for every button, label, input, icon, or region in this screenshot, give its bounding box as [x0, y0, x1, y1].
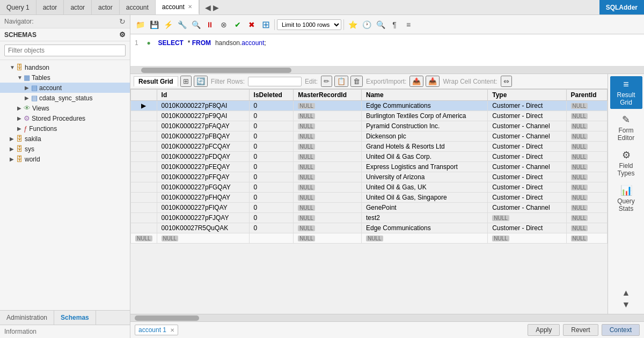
refresh-icon[interactable]: ↻: [119, 17, 126, 26]
result-grid-icon-btn[interactable]: ⊞: [180, 76, 192, 87]
bottom-scroll-thumb[interactable]: [135, 315, 199, 321]
bottom-horizontal-scrollbar[interactable]: [130, 314, 644, 321]
save-btn[interactable]: 💾: [148, 18, 160, 31]
filter-rows-refresh-btn[interactable]: 🔄: [194, 76, 208, 87]
cell-id: 0010K0000227pFEQAY: [157, 162, 249, 172]
side-btn-form-editor[interactable]: ✎ Form Editor: [610, 111, 642, 144]
apply-btn[interactable]: Apply: [528, 324, 560, 336]
cell-name: Edge Communications: [361, 223, 487, 233]
toggle-sys-icon[interactable]: ▶: [10, 146, 16, 152]
tree-item-stored-procedures[interactable]: ▶ ⚙ Stored Procedures: [0, 113, 130, 123]
null-badge: NULL: [298, 113, 315, 119]
toggle-sakila-icon[interactable]: ▶: [10, 136, 16, 142]
tree-item-sys[interactable]: ▶ 🗄 sys: [0, 144, 130, 154]
side-btn-query-stats[interactable]: 📊 Query Stats: [610, 182, 642, 215]
data-grid-wrap[interactable]: Id IsDeleted MasterRecordId Name Type Pa…: [130, 89, 608, 314]
toggle-results-btn[interactable]: ⊞: [259, 18, 272, 31]
tree-item-world[interactable]: ▶ 🗄 world: [0, 154, 130, 164]
functions-icon: ƒ: [24, 124, 27, 133]
open-file-btn[interactable]: 📁: [134, 18, 147, 31]
cell-isdeleted: 0: [249, 172, 294, 182]
cell-name: Express Logistics and Transport: [361, 162, 487, 172]
revert-btn[interactable]: Revert: [563, 324, 598, 336]
tree-item-handson[interactable]: ▼ 🗄 handson: [0, 62, 130, 72]
tab-account2[interactable]: account ✕: [156, 0, 199, 14]
tree-item-views[interactable]: ▶ 👁 Views: [0, 103, 130, 113]
nav-back-icon[interactable]: ◀: [205, 3, 211, 12]
rollback-btn[interactable]: ✖: [245, 18, 258, 31]
null-badge: NULL: [571, 103, 588, 109]
col-header-type[interactable]: Type: [488, 90, 566, 101]
cell-type: Customer - Direct: [488, 101, 566, 111]
scroll-up-icon[interactable]: ▲: [622, 288, 631, 298]
tab-bar: Query 1 actor actor actor account accoun…: [0, 0, 644, 15]
cell-parentid: NULL: [566, 182, 608, 193]
limit-select[interactable]: Limit to 1000 rows: [277, 19, 341, 30]
tree-item-cdata[interactable]: ▶ ▤ cdata_sync_status: [0, 93, 130, 103]
filter-rows-input[interactable]: [248, 77, 302, 86]
search-btn[interactable]: 🔍: [374, 18, 387, 31]
col-header-masterrecordid[interactable]: MasterRecordId: [294, 90, 362, 101]
commit-btn[interactable]: ✔: [231, 18, 244, 31]
explain-btn[interactable]: 🔍: [189, 18, 202, 31]
toggle-sp-icon[interactable]: ▶: [17, 115, 24, 121]
tree-item-functions[interactable]: ▶ ƒ Functions: [0, 123, 130, 134]
cell-type-new: NULL: [488, 233, 566, 244]
result-grid-tab[interactable]: Result Grid: [134, 76, 178, 86]
scroll-thumb[interactable]: [141, 68, 291, 73]
wrap-btn[interactable]: ⇔: [501, 76, 512, 87]
toolbar: 📁 💾 ⚡ 🔧 🔍 ⏸ ⊗ ✔ ✖ ⊞ Limit to 1000 rows ⭐…: [130, 15, 644, 34]
stop-btn[interactable]: ⏸: [203, 18, 216, 31]
tab-schemas[interactable]: Schemas: [54, 311, 96, 325]
cell-isdeleted: 0: [249, 142, 294, 152]
toggle-world-icon[interactable]: ▶: [10, 156, 16, 162]
bottom-tab-account1[interactable]: account 1 ✕: [135, 325, 178, 335]
col-header-parentid[interactable]: ParentId: [566, 90, 608, 101]
tree-item-tables[interactable]: ▼ ▦ Tables: [0, 72, 130, 83]
toggle-account-icon[interactable]: ▶: [25, 85, 31, 91]
schema-settings-icon[interactable]: ⚙: [119, 31, 126, 39]
tab-close-icon[interactable]: ✕: [188, 4, 192, 10]
execute-sel-btn[interactable]: 🔧: [175, 18, 188, 31]
tab-administration[interactable]: Administration: [0, 311, 54, 325]
query-editor[interactable]: 1 ● SELECT * FROM handson.account;: [130, 34, 644, 67]
null-badge: NULL: [298, 123, 315, 129]
tab-actor2[interactable]: actor: [64, 0, 92, 14]
tree-item-account[interactable]: ▶ ▤ account: [0, 83, 130, 93]
cell-masterrecordid: NULL: [294, 142, 362, 152]
word-wrap-btn[interactable]: ¶: [388, 18, 401, 31]
filter-input[interactable]: [4, 45, 126, 56]
col-header-isdeleted[interactable]: IsDeleted: [249, 90, 294, 101]
horizontal-scrollbar[interactable]: [130, 67, 644, 74]
edit-btn3[interactable]: 🗑: [350, 76, 363, 87]
toggle-tables-icon[interactable]: ▼: [17, 75, 24, 80]
scroll-down-icon[interactable]: ▼: [622, 300, 631, 310]
favorites-btn[interactable]: ⭐: [346, 18, 359, 31]
side-btn-result-grid[interactable]: ≡ Result Grid: [610, 76, 642, 109]
tab-actor3[interactable]: actor: [92, 0, 120, 14]
execute-btn[interactable]: ⚡: [162, 18, 174, 31]
toggle-cdata-icon[interactable]: ▶: [25, 95, 31, 101]
tab-query1[interactable]: Query 1: [0, 0, 36, 14]
toggle-handson-icon[interactable]: ▼: [10, 64, 16, 70]
col-header-id[interactable]: Id: [157, 90, 249, 101]
bottom-tab-close-icon[interactable]: ✕: [170, 327, 174, 333]
toggle-views-icon[interactable]: ▶: [17, 105, 24, 111]
side-btn-field-types[interactable]: ⚙ Field Types: [610, 146, 642, 180]
edit-btn2[interactable]: 📋: [334, 76, 348, 87]
history-btn[interactable]: 🕐: [360, 18, 373, 31]
stop-btn2[interactable]: ⊗: [217, 18, 230, 31]
sqladder-button[interactable]: SQLAdder: [599, 0, 644, 14]
tab-actor1[interactable]: actor: [36, 0, 64, 14]
col-header-name[interactable]: Name: [361, 90, 487, 101]
nav-forward-icon[interactable]: ▶: [213, 3, 219, 12]
tree-item-sakila[interactable]: ▶ 🗄 sakila: [0, 134, 130, 144]
format-btn[interactable]: ≡: [402, 18, 415, 31]
export-btn[interactable]: 📤: [409, 76, 423, 87]
null-badge: NULL: [298, 164, 315, 170]
edit-btn1[interactable]: ✏: [321, 76, 332, 87]
context-btn[interactable]: Context: [602, 324, 640, 336]
import-btn[interactable]: 📥: [426, 76, 440, 87]
tab-account1[interactable]: account: [120, 0, 156, 14]
toggle-functions-icon[interactable]: ▶: [17, 126, 24, 131]
